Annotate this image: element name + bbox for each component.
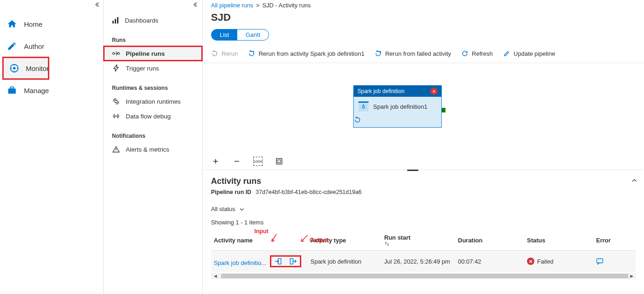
nav-monitor-label: Monitor <box>26 65 49 72</box>
showing-count: Showing 1 - 1 items <box>211 219 636 226</box>
main-content: All pipeline runs > SJD - Activity runs … <box>203 0 644 294</box>
cmd-update-pipeline-label: Update pipeline <box>514 50 555 57</box>
scroll-right-icon[interactable]: ▶ <box>628 273 635 279</box>
svg-rect-6 <box>117 17 118 24</box>
breadcrumb: All pipeline runs > SJD - Activity runs <box>203 0 644 12</box>
cell-duration: 00:07:42 <box>455 251 524 272</box>
pipeline-run-id-label: Pipeline run ID <box>211 189 252 195</box>
command-bar: Rerun Rerun from activity Spark job defi… <box>203 45 644 63</box>
collapse-secondary-nav-icon[interactable] <box>192 2 198 7</box>
status-filter[interactable]: All status <box>211 206 235 212</box>
cmd-refresh[interactable]: Refresh <box>461 50 493 57</box>
svg-rect-2 <box>8 88 16 94</box>
cmd-refresh-label: Refresh <box>472 50 493 57</box>
svg-rect-16 <box>278 160 281 163</box>
alert-icon <box>112 145 120 153</box>
col-duration[interactable]: Duration <box>455 230 524 251</box>
view-gantt-tab[interactable]: Gantt <box>237 29 269 40</box>
subnav-integration-runtimes[interactable]: Integration runtimes <box>104 94 202 109</box>
cmd-rerun-failed-label: Rerun from failed activity <box>385 50 451 57</box>
svg-point-10 <box>113 115 115 117</box>
output-button[interactable] <box>288 257 298 266</box>
subnav-pipeline-runs-label: Pipeline runs <box>126 50 165 57</box>
chevron-down-icon[interactable] <box>239 206 245 212</box>
nav-manage[interactable]: Manage <box>0 79 103 101</box>
subnav-pipeline-runs[interactable]: Pipeline runs <box>104 46 202 61</box>
gauge-icon <box>9 63 19 74</box>
cmd-rerun-label: Rerun <box>222 50 238 57</box>
svg-rect-15 <box>276 159 282 164</box>
activity-connector[interactable] <box>442 108 445 112</box>
bolt-icon <box>112 64 120 72</box>
subnav-trigger-runs[interactable]: Trigger runs <box>104 61 202 76</box>
failed-status-icon: ✕ <box>527 258 534 265</box>
home-icon <box>6 18 18 29</box>
dashboard-icon <box>112 17 119 24</box>
rerun-failed-icon <box>375 50 382 57</box>
activity-card-name: Spark job definition1 <box>373 103 427 110</box>
zoom-in-icon[interactable] <box>211 157 220 166</box>
subnav-alerts-label: Alerts & metrics <box>126 146 170 153</box>
input-button[interactable] <box>273 257 283 266</box>
cell-status: ✕ Failed <box>524 251 593 272</box>
subnav-dataflow-debug-label: Data flow debug <box>126 113 171 120</box>
svg-point-12 <box>253 51 254 53</box>
pipeline-icon <box>112 49 120 58</box>
scroll-left-icon[interactable]: ◀ <box>212 273 218 279</box>
col-activity-type[interactable]: Activity type <box>308 230 381 251</box>
col-status[interactable]: Status <box>524 230 593 251</box>
activity-card-type: Spark job definition <box>357 88 404 94</box>
activity-card-status-icon[interactable]: ✕ <box>430 88 438 95</box>
nav-home[interactable]: Home <box>0 13 103 35</box>
breadcrumb-root[interactable]: All pipeline runs <box>211 2 253 9</box>
svg-rect-3 <box>10 87 13 89</box>
cell-run-start: Jul 26, 2022, 5:26:49 pm <box>381 251 455 272</box>
svg-point-9 <box>115 100 117 103</box>
cell-activity-name[interactable]: Spark job definitio... <box>214 259 266 266</box>
cmd-rerun: Rerun <box>211 50 238 57</box>
spark-icon <box>358 101 369 112</box>
activity-card-header: Spark job definition ✕ <box>354 86 441 97</box>
nav-manage-label: Manage <box>24 87 49 94</box>
col-run-start[interactable]: Run start <box>381 230 455 251</box>
zoom-out-icon[interactable] <box>232 157 241 166</box>
activity-runs-heading: Activity runs <box>211 176 636 186</box>
nav-author[interactable]: Author <box>0 35 103 57</box>
scrollbar-thumb[interactable] <box>221 274 628 278</box>
svg-rect-13 <box>358 101 369 103</box>
svg-point-1 <box>13 67 16 70</box>
col-activity-name[interactable]: Activity name <box>211 230 308 251</box>
zoom-100-icon[interactable]: 100% <box>253 157 263 166</box>
svg-rect-5 <box>115 19 116 24</box>
cell-error[interactable] <box>593 251 636 272</box>
collapse-primary-nav-icon[interactable] <box>94 2 100 7</box>
horizontal-scrollbar[interactable]: ◀ ▶ <box>211 273 636 279</box>
cmd-rerun-from[interactable]: Rerun from activity Spark job definition… <box>248 50 364 57</box>
annotation-arrow-icon <box>270 233 278 243</box>
error-message-icon[interactable] <box>596 258 603 265</box>
subnav-dataflow-debug[interactable]: Data flow debug <box>104 109 202 123</box>
pipeline-run-id-value: 37d7e4bf-b3bf-41eb-b8cc-cdee251d19a6 <box>256 189 362 195</box>
collapse-activity-runs-icon[interactable] <box>631 177 638 184</box>
cmd-update-pipeline[interactable]: Update pipeline <box>503 50 555 57</box>
col-error[interactable]: Error <box>593 230 636 251</box>
cell-activity-type: Spark job definition <box>308 251 381 272</box>
pencil-icon <box>6 41 18 52</box>
pipeline-canvas[interactable]: Spark job definition ✕ Spark job definit… <box>204 63 643 170</box>
subnav-alerts[interactable]: Alerts & metrics <box>104 142 202 157</box>
table-row[interactable]: Spark job definitio... Spark job defini <box>211 251 636 272</box>
subnav-notif-header: Notifications <box>104 130 202 142</box>
cmd-rerun-failed[interactable]: Rerun from failed activity <box>375 50 451 57</box>
rerun-from-icon <box>248 50 255 57</box>
edit-icon <box>503 50 510 57</box>
subnav-dashboards[interactable]: Dashboards <box>104 13 202 28</box>
sort-icon[interactable] <box>384 241 452 247</box>
activity-card-rerun-icon[interactable] <box>354 114 441 127</box>
nav-author-label: Author <box>24 42 44 50</box>
primary-nav: Home Author Monitor Manage <box>0 0 104 294</box>
activity-card[interactable]: Spark job definition ✕ Spark job definit… <box>353 85 442 128</box>
view-list-tab[interactable]: List <box>211 29 237 40</box>
activity-runs-section: Activity runs Pipeline run ID 37d7e4bf-b… <box>203 170 644 272</box>
zoom-fit-icon[interactable] <box>275 157 284 166</box>
nav-monitor[interactable]: Monitor <box>3 57 49 79</box>
